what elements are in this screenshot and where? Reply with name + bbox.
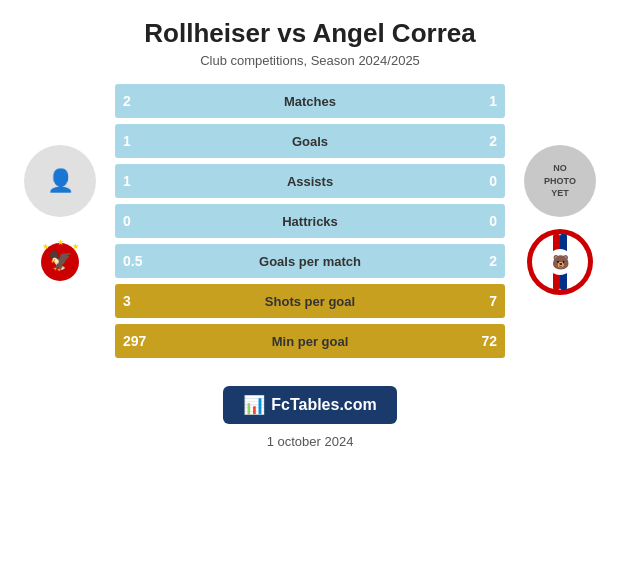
left-team: 👤 🦅 ★ ★ ★ (15, 145, 105, 297)
svg-text:★: ★ (42, 242, 49, 251)
stat-right-value: 7 (489, 293, 497, 309)
main-content: 👤 🦅 ★ ★ ★ Matches21Goals12Assists10Hattr… (0, 74, 620, 358)
stat-label: Hattricks (282, 214, 338, 229)
stats-table: Matches21Goals12Assists10Hattricks00Goal… (115, 84, 505, 358)
right-player-photo: NOPHOTOYET (524, 145, 596, 217)
chart-icon: 📊 (243, 394, 265, 416)
stat-left-value: 0 (123, 213, 131, 229)
stat-right-value: 0 (489, 213, 497, 229)
svg-text:🦅: 🦅 (48, 248, 73, 272)
stat-left-value: 1 (123, 173, 131, 189)
fctables-badge: 📊 FcTables.com (223, 386, 397, 424)
stat-left-value: 0.5 (123, 253, 142, 269)
stat-label: Goals (292, 134, 328, 149)
stat-row: Goals12 (115, 124, 505, 158)
right-team: NOPHOTOYET 🐻 (515, 145, 605, 297)
stat-row: Goals per match0.52 (115, 244, 505, 278)
stat-row: Shots per goal37 (115, 284, 505, 318)
svg-text:🐻: 🐻 (552, 254, 570, 271)
stat-left-value: 297 (123, 333, 146, 349)
page-title: Rollheiser vs Angel Correa (144, 18, 475, 49)
stat-left-value: 3 (123, 293, 131, 309)
stat-label: Assists (287, 174, 333, 189)
stat-row: Matches21 (115, 84, 505, 118)
stat-left-value: 2 (123, 93, 131, 109)
stat-label: Min per goal (272, 334, 349, 349)
svg-text:★: ★ (57, 238, 64, 247)
header: Rollheiser vs Angel Correa Club competit… (134, 0, 485, 74)
footer-date: 1 october 2024 (267, 434, 354, 459)
stat-row: Assists10 (115, 164, 505, 198)
stat-left-value: 1 (123, 133, 131, 149)
svg-text:★: ★ (72, 242, 79, 251)
atletico-logo: 🐻 (525, 227, 595, 297)
badge-text: FcTables.com (271, 396, 377, 414)
stat-row: Hattricks00 (115, 204, 505, 238)
stat-row: Min per goal29772 (115, 324, 505, 358)
stat-right-value: 2 (489, 133, 497, 149)
stat-label: Goals per match (259, 254, 361, 269)
stat-label: Matches (284, 94, 336, 109)
subtitle: Club competitions, Season 2024/2025 (144, 53, 475, 68)
stat-right-value: 2 (489, 253, 497, 269)
stat-label: Shots per goal (265, 294, 355, 309)
benfica-logo: 🦅 ★ ★ ★ (25, 227, 95, 297)
stat-right-value: 1 (489, 93, 497, 109)
stat-right-value: 72 (481, 333, 497, 349)
stat-right-value: 0 (489, 173, 497, 189)
left-player-photo: 👤 (24, 145, 96, 217)
fctables-badge-container: 📊 FcTables.com (223, 372, 397, 424)
